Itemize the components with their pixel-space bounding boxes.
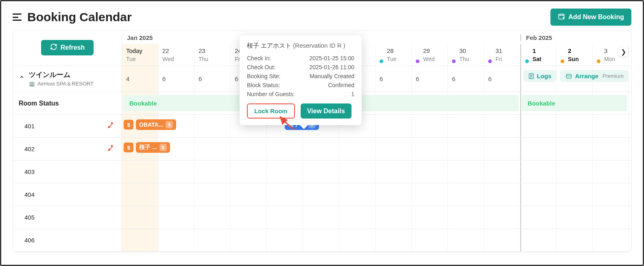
calendar-cell[interactable] [593,206,629,229]
date-col-23[interactable]: 23 Thu [194,44,231,66]
calendar-cell[interactable] [375,183,412,206]
date-col-29[interactable]: 29 Wed [412,44,448,66]
calendar-cell[interactable] [484,183,520,206]
calendar-cell[interactable] [448,206,484,229]
calendar-cell[interactable] [412,160,448,183]
logs-button[interactable]: Logs [523,70,557,82]
calendar-cell[interactable] [375,138,412,160]
booking-pill[interactable]: OBATA...$ [136,119,176,130]
date-col-28[interactable]: 28 Tue [375,44,412,66]
calendar-cell[interactable] [375,115,412,137]
next-dates-button[interactable]: ❯ [618,46,629,57]
lock-room-button[interactable]: Lock Room [247,103,295,119]
calendar-cell[interactable] [520,206,557,229]
calendar-cell[interactable] [194,138,231,160]
date-col-today[interactable]: Today Tue [122,44,158,66]
calendar-cell[interactable] [520,229,557,251]
calendar-cell[interactable] [339,229,375,251]
calendar-cell[interactable] [484,138,520,160]
calendar-cell[interactable] [557,138,593,160]
view-details-button[interactable]: View Details [301,103,351,119]
booking-pill[interactable]: 桜子 ...$ [136,142,170,153]
calendar-cell[interactable] [267,183,303,206]
calendar-cell[interactable] [122,183,158,206]
calendar-cell[interactable] [557,206,593,229]
calendar-cell[interactable] [122,206,158,229]
calendar-cell[interactable] [448,138,484,160]
calendar-cell[interactable] [158,160,194,183]
calendar-cell[interactable] [339,206,375,229]
calendar-cell[interactable] [231,160,267,183]
calendar-cell[interactable] [448,115,484,137]
calendar-cell[interactable] [557,229,593,251]
calendar-cell[interactable] [375,229,412,251]
collapse-room-type-icon[interactable]: ⌃ [19,75,25,84]
add-new-booking-button[interactable]: Add New Booking [550,9,631,26]
calendar-cell[interactable] [231,138,267,160]
calendar-cell[interactable] [194,115,231,137]
menu-toggle-icon[interactable] [13,13,22,21]
calendar-cell[interactable] [158,206,194,229]
calendar-cell[interactable] [557,183,593,206]
calendar-cell[interactable] [194,229,231,251]
date-col-1[interactable]: 1 Sat [520,44,557,66]
calendar-cell[interactable] [448,229,484,251]
room-row-left: 402 [13,138,122,160]
calendar-cell[interactable] [303,183,339,206]
calendar-cell[interactable] [339,160,375,183]
calendar-cell[interactable] [158,229,194,251]
calendar-cell[interactable] [122,229,158,251]
calendar-cell[interactable] [412,183,448,206]
calendar-cell[interactable] [484,206,520,229]
calendar-cell[interactable] [520,138,557,160]
calendar-cell[interactable] [484,160,520,183]
calendar-cell[interactable] [267,229,303,251]
payment-badge-icon[interactable]: $ [124,120,133,130]
calendar-cell[interactable] [593,138,629,160]
calendar-cell[interactable] [303,229,339,251]
calendar-cell[interactable] [484,229,520,251]
date-col-30[interactable]: 30 Thu [448,44,484,66]
calendar-cell[interactable] [448,183,484,206]
calendar-cell[interactable] [448,160,484,183]
calendar-cell[interactable] [303,160,339,183]
calendar-cell[interactable] [412,229,448,251]
calendar-cell[interactable] [412,115,448,137]
calendar-cell[interactable] [158,183,194,206]
calendar-cell[interactable] [375,160,412,183]
calendar-cell[interactable] [412,138,448,160]
calendar-cell[interactable] [593,229,629,251]
calendar-cell[interactable] [412,206,448,229]
calendar-cell[interactable] [194,160,231,183]
calendar-cell[interactable] [267,138,303,160]
calendar-cell[interactable] [231,206,267,229]
arrange-button[interactable]: ArrangePremium [560,70,629,82]
calendar-cell[interactable] [303,138,339,160]
date-col-2[interactable]: 2 Sun [557,44,593,66]
calendar-cell[interactable] [231,229,267,251]
calendar-cell[interactable] [267,160,303,183]
calendar-cell[interactable] [339,183,375,206]
calendar-cell[interactable] [122,160,158,183]
calendar-cell[interactable] [375,206,412,229]
room-row-left: 406 [13,229,122,251]
calendar-cell[interactable] [267,206,303,229]
calendar-cell[interactable] [520,160,557,183]
payment-badge-icon[interactable]: $ [124,143,133,152]
refresh-button[interactable]: Refresh [41,40,94,55]
calendar-cell[interactable] [194,183,231,206]
calendar-cell[interactable] [557,115,593,137]
calendar-cell[interactable] [231,183,267,206]
date-col-22[interactable]: 22 Wed [158,44,194,66]
calendar-cell[interactable] [593,160,629,183]
calendar-cell[interactable] [520,183,557,206]
calendar-cell[interactable] [593,115,629,137]
calendar-cell[interactable] [303,206,339,229]
calendar-cell[interactable] [194,206,231,229]
calendar-cell[interactable] [339,138,375,160]
calendar-cell[interactable] [593,183,629,206]
calendar-cell[interactable] [557,160,593,183]
calendar-cell[interactable] [484,115,520,137]
date-col-31[interactable]: 31 Fri [484,44,520,66]
calendar-cell[interactable] [520,115,557,137]
